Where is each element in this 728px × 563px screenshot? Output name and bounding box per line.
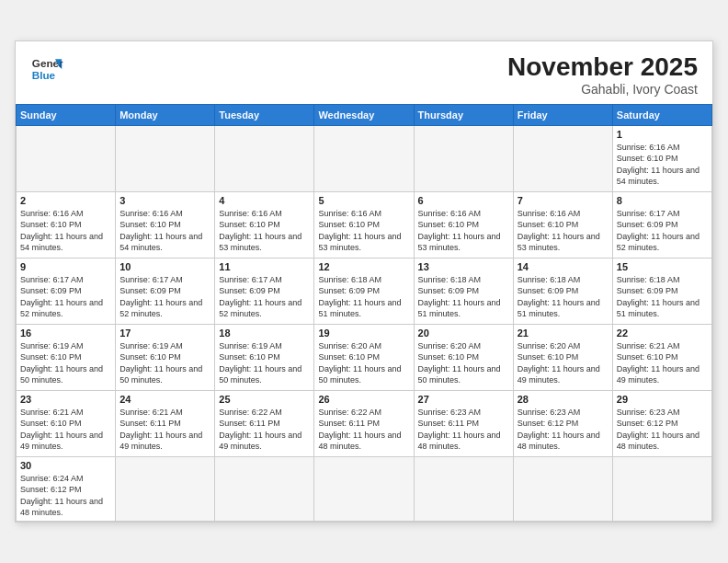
calendar-day-cell: 9Sunrise: 6:17 AMSunset: 6:09 PMDaylight… (17, 259, 116, 325)
calendar-week-row: 30Sunrise: 6:24 AMSunset: 6:12 PMDayligh… (17, 457, 712, 522)
weekday-header: Monday (116, 105, 215, 126)
day-info: Sunrise: 6:18 AMSunset: 6:09 PMDaylight:… (617, 274, 708, 319)
day-info: Sunrise: 6:16 AMSunset: 6:10 PMDaylight:… (318, 208, 409, 253)
day-info: Sunrise: 6:17 AMSunset: 6:09 PMDaylight:… (119, 274, 210, 319)
calendar-day-cell: 22Sunrise: 6:21 AMSunset: 6:10 PMDayligh… (612, 325, 711, 391)
weekday-header: Wednesday (314, 105, 414, 126)
day-number: 11 (219, 261, 310, 272)
day-info: Sunrise: 6:23 AMSunset: 6:12 PMDaylight:… (617, 407, 708, 452)
day-number: 27 (418, 394, 509, 405)
day-info: Sunrise: 6:19 AMSunset: 6:10 PMDaylight:… (20, 340, 111, 385)
calendar-day-cell (215, 126, 314, 192)
day-number: 25 (219, 394, 310, 405)
day-number: 4 (219, 195, 310, 206)
day-number: 12 (318, 261, 409, 272)
weekday-header: Tuesday (215, 105, 314, 126)
day-number: 20 (418, 327, 509, 339)
day-info: Sunrise: 6:21 AMSunset: 6:10 PMDaylight:… (617, 340, 708, 385)
day-info: Sunrise: 6:16 AMSunset: 6:10 PMDaylight:… (617, 142, 708, 187)
day-info: Sunrise: 6:22 AMSunset: 6:11 PMDaylight:… (318, 407, 409, 452)
weekday-header: Thursday (414, 105, 513, 126)
day-info: Sunrise: 6:16 AMSunset: 6:10 PMDaylight:… (418, 208, 509, 253)
calendar-week-row: 23Sunrise: 6:21 AMSunset: 6:10 PMDayligh… (17, 391, 712, 457)
calendar-day-cell (314, 126, 414, 192)
day-number: 21 (518, 327, 609, 339)
day-number: 30 (20, 460, 111, 471)
calendar-day-cell: 2Sunrise: 6:16 AMSunset: 6:10 PMDaylight… (17, 192, 116, 259)
calendar-day-cell: 7Sunrise: 6:16 AMSunset: 6:10 PMDaylight… (513, 192, 612, 259)
day-number: 8 (617, 195, 708, 206)
calendar-day-cell: 3Sunrise: 6:16 AMSunset: 6:10 PMDaylight… (116, 192, 215, 259)
day-info: Sunrise: 6:16 AMSunset: 6:10 PMDaylight:… (20, 208, 111, 253)
calendar-day-cell: 4Sunrise: 6:16 AMSunset: 6:10 PMDaylight… (215, 192, 314, 259)
day-info: Sunrise: 6:18 AMSunset: 6:09 PMDaylight:… (518, 274, 609, 319)
day-number: 23 (20, 394, 111, 405)
logo: General Blue (30, 52, 63, 86)
day-info: Sunrise: 6:16 AMSunset: 6:10 PMDaylight:… (119, 208, 210, 253)
day-number: 28 (518, 394, 609, 405)
day-info: Sunrise: 6:19 AMSunset: 6:10 PMDaylight:… (219, 340, 310, 385)
calendar-day-cell: 21Sunrise: 6:20 AMSunset: 6:10 PMDayligh… (513, 325, 612, 391)
day-number: 18 (219, 327, 310, 339)
calendar-day-cell: 19Sunrise: 6:20 AMSunset: 6:10 PMDayligh… (314, 325, 414, 391)
day-info: Sunrise: 6:20 AMSunset: 6:10 PMDaylight:… (518, 340, 609, 385)
location-subtitle: Gahabli, Ivory Coast (507, 82, 698, 97)
day-info: Sunrise: 6:21 AMSunset: 6:11 PMDaylight:… (119, 407, 210, 452)
day-info: Sunrise: 6:17 AMSunset: 6:09 PMDaylight:… (219, 274, 310, 319)
calendar-day-cell (414, 126, 513, 192)
day-number: 2 (20, 195, 111, 206)
calendar-day-cell: 12Sunrise: 6:18 AMSunset: 6:09 PMDayligh… (314, 259, 414, 325)
day-info: Sunrise: 6:18 AMSunset: 6:09 PMDaylight:… (318, 274, 409, 319)
weekday-header: Sunday (17, 105, 116, 126)
calendar-day-cell (314, 457, 414, 522)
weekday-header: Saturday (612, 105, 711, 126)
day-number: 26 (318, 394, 409, 405)
day-number: 17 (119, 327, 210, 339)
calendar-day-cell: 10Sunrise: 6:17 AMSunset: 6:09 PMDayligh… (116, 259, 215, 325)
calendar-day-cell: 16Sunrise: 6:19 AMSunset: 6:10 PMDayligh… (17, 325, 116, 391)
calendar-day-cell (513, 126, 612, 192)
day-info: Sunrise: 6:18 AMSunset: 6:09 PMDaylight:… (418, 274, 509, 319)
day-number: 13 (418, 261, 509, 272)
day-info: Sunrise: 6:16 AMSunset: 6:10 PMDaylight:… (518, 208, 609, 253)
calendar-week-row: 16Sunrise: 6:19 AMSunset: 6:10 PMDayligh… (17, 325, 712, 391)
calendar-day-cell: 15Sunrise: 6:18 AMSunset: 6:09 PMDayligh… (612, 259, 711, 325)
calendar-week-row: 2Sunrise: 6:16 AMSunset: 6:10 PMDaylight… (17, 192, 712, 259)
calendar-day-cell: 8Sunrise: 6:17 AMSunset: 6:09 PMDaylight… (612, 192, 711, 259)
calendar-day-cell: 29Sunrise: 6:23 AMSunset: 6:12 PMDayligh… (612, 391, 711, 457)
day-number: 5 (318, 195, 409, 206)
day-number: 10 (119, 261, 210, 272)
calendar-day-cell: 14Sunrise: 6:18 AMSunset: 6:09 PMDayligh… (513, 259, 612, 325)
calendar-header: General Blue November 2025 Gahabli, Ivor… (16, 41, 712, 104)
day-number: 14 (518, 261, 609, 272)
day-info: Sunrise: 6:20 AMSunset: 6:10 PMDaylight:… (418, 340, 509, 385)
calendar-week-row: 9Sunrise: 6:17 AMSunset: 6:09 PMDaylight… (17, 259, 712, 325)
day-info: Sunrise: 6:16 AMSunset: 6:10 PMDaylight:… (219, 208, 310, 253)
calendar-day-cell (513, 457, 612, 522)
calendar-table: SundayMondayTuesdayWednesdayThursdayFrid… (16, 104, 712, 522)
day-info: Sunrise: 6:19 AMSunset: 6:10 PMDaylight:… (119, 340, 210, 385)
day-number: 3 (119, 195, 210, 206)
calendar-day-cell: 25Sunrise: 6:22 AMSunset: 6:11 PMDayligh… (215, 391, 314, 457)
day-number: 15 (617, 261, 708, 272)
calendar-day-cell: 23Sunrise: 6:21 AMSunset: 6:10 PMDayligh… (17, 391, 116, 457)
day-number: 7 (518, 195, 609, 206)
day-info: Sunrise: 6:20 AMSunset: 6:10 PMDaylight:… (318, 340, 409, 385)
day-number: 29 (617, 394, 708, 405)
day-info: Sunrise: 6:17 AMSunset: 6:09 PMDaylight:… (617, 208, 708, 253)
calendar-day-cell (116, 457, 215, 522)
calendar-day-cell: 18Sunrise: 6:19 AMSunset: 6:10 PMDayligh… (215, 325, 314, 391)
calendar-day-cell: 30Sunrise: 6:24 AMSunset: 6:12 PMDayligh… (17, 457, 116, 522)
day-number: 24 (119, 394, 210, 405)
day-number: 22 (617, 327, 708, 339)
calendar-day-cell: 28Sunrise: 6:23 AMSunset: 6:12 PMDayligh… (513, 391, 612, 457)
calendar-day-cell (414, 457, 513, 522)
day-info: Sunrise: 6:23 AMSunset: 6:12 PMDaylight:… (518, 407, 609, 452)
day-info: Sunrise: 6:17 AMSunset: 6:09 PMDaylight:… (20, 274, 111, 319)
day-info: Sunrise: 6:22 AMSunset: 6:11 PMDaylight:… (219, 407, 310, 452)
calendar-day-cell: 17Sunrise: 6:19 AMSunset: 6:10 PMDayligh… (116, 325, 215, 391)
header-row: SundayMondayTuesdayWednesdayThursdayFrid… (17, 105, 712, 126)
calendar-day-cell: 26Sunrise: 6:22 AMSunset: 6:11 PMDayligh… (314, 391, 414, 457)
day-info: Sunrise: 6:21 AMSunset: 6:10 PMDaylight:… (20, 407, 111, 452)
day-number: 19 (318, 327, 409, 339)
